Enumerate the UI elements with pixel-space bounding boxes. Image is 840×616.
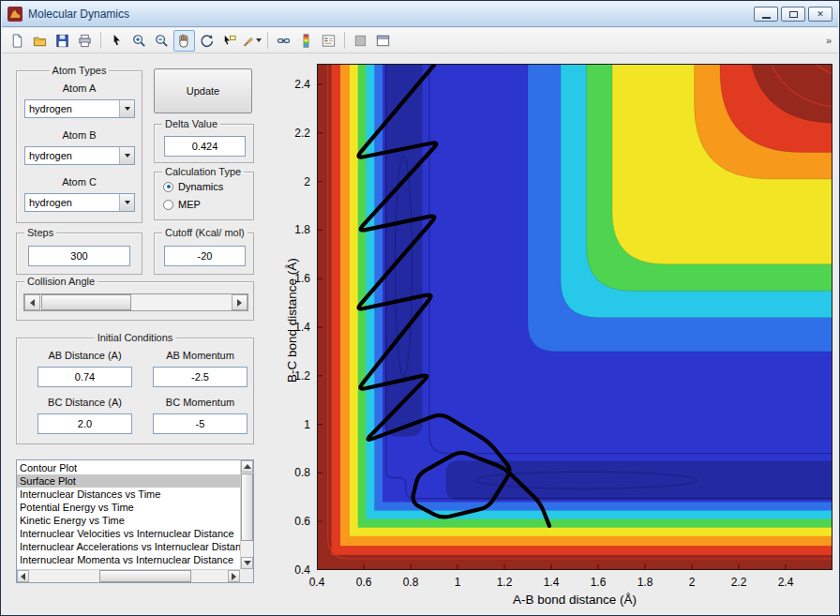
plottools-show-button[interactable]	[372, 30, 394, 52]
save-button[interactable]	[52, 30, 73, 52]
y-tick-label: 1.6	[294, 272, 310, 285]
titlebar[interactable]: Molecular Dynamics	[2, 2, 838, 27]
atom-a-dropdown[interactable]: hydrogen	[24, 99, 135, 118]
slider-thumb[interactable]	[41, 294, 131, 310]
radio-icon[interactable]	[163, 200, 173, 210]
mep-radio[interactable]: MEP	[163, 199, 201, 210]
slider-left-arrow[interactable]	[24, 294, 40, 310]
bc-momentum-field[interactable]: -5	[153, 413, 248, 434]
brush-button[interactable]	[241, 30, 262, 52]
pointer-button[interactable]	[106, 30, 128, 52]
collision-angle-panel: Collision Angle	[16, 281, 254, 321]
insert-legend-icon	[321, 33, 337, 49]
list-item[interactable]: Potential Energy vs Time	[17, 501, 240, 514]
minimize-button[interactable]	[754, 7, 778, 22]
x-tick-label: 1	[455, 576, 461, 589]
pan-button[interactable]	[173, 30, 195, 52]
rotate-3d-button[interactable]	[196, 30, 218, 52]
scrollbar-corner	[240, 569, 253, 582]
slider-right-arrow[interactable]	[232, 294, 248, 310]
list-item[interactable]: Internuclear Distances vs Time	[17, 488, 240, 501]
ab-momentum-field[interactable]: -2.5	[153, 367, 248, 387]
x-tick-label: 0.6	[356, 576, 372, 589]
toolbar-separator	[100, 32, 101, 49]
pointer-icon	[109, 33, 125, 49]
y-tick-label: 1.2	[294, 369, 310, 383]
atom-c-value: hydrogen	[25, 194, 119, 211]
arrow-right-icon	[237, 299, 242, 307]
arrow-left-icon	[21, 573, 25, 580]
list-item[interactable]: Internuclear Accelerations vs Internucle…	[17, 540, 240, 553]
window-title: Molecular Dynamics	[28, 8, 129, 21]
print-button[interactable]	[74, 30, 96, 52]
radio-icon[interactable]	[163, 182, 173, 192]
plot-list: Contour PlotSurface PlotInternuclear Dis…	[17, 461, 240, 569]
toolbar-overflow-chevron[interactable]: »	[826, 35, 833, 46]
maximize-button[interactable]	[781, 7, 805, 22]
list-item[interactable]: Internuclear Momenta vs Internuclear Dis…	[17, 553, 240, 566]
horizontal-scrollbar[interactable]	[17, 569, 240, 582]
x-tick-label: 1.8	[638, 576, 653, 589]
atom-types-panel: Atom Types Atom A hydrogen Atom B hydrog…	[16, 70, 142, 223]
list-item[interactable]: Surface Plot	[17, 474, 240, 488]
close-button[interactable]	[808, 7, 832, 22]
collision-angle-slider[interactable]	[23, 293, 248, 311]
save-icon	[54, 33, 70, 49]
update-button[interactable]: Update	[154, 68, 252, 113]
y-tick-label: 1.4	[294, 321, 310, 334]
scroll-up-button[interactable]	[241, 460, 253, 473]
chevron-down-icon	[125, 201, 130, 204]
collision-angle-title: Collision Angle	[24, 276, 98, 287]
data-cursor-button[interactable]	[218, 30, 240, 52]
x-tick-label: 1.4	[544, 576, 560, 589]
atom-c-label: Atom C	[17, 176, 142, 188]
zoom-in-button[interactable]	[128, 30, 150, 52]
list-item[interactable]: Kinetic Energy vs Time	[17, 514, 240, 527]
scroll-right-button[interactable]	[228, 570, 240, 582]
y-tick-label: 1.8	[294, 223, 310, 236]
atom-c-dropdown[interactable]: hydrogen	[24, 193, 135, 212]
ab-distance-field[interactable]: 0.74	[38, 367, 132, 387]
insert-colorbar-button[interactable]	[295, 30, 317, 52]
plottools-hide-button[interactable]	[350, 30, 371, 52]
y-tick-label: 0.4	[294, 563, 310, 577]
steps-title: Steps	[24, 227, 56, 238]
plottools-show-icon	[375, 33, 391, 49]
vertical-scrollbar[interactable]	[240, 460, 253, 569]
arrow-right-icon	[232, 573, 236, 580]
scroll-left-button[interactable]	[17, 570, 29, 582]
insert-legend-button[interactable]	[318, 30, 339, 52]
app-icon	[8, 7, 22, 22]
cutoff-field[interactable]: -20	[164, 246, 246, 266]
list-item[interactable]: Contour Plot	[17, 461, 240, 474]
list-item[interactable]: Internuclear Velocities vs Internuclear …	[17, 527, 240, 540]
horizontal-scroll-thumb[interactable]	[99, 570, 191, 582]
atom-b-dropdown[interactable]: hydrogen	[24, 146, 135, 165]
new-file-button[interactable]	[7, 30, 28, 52]
delta-value-panel: Delta Value 0.424	[154, 124, 254, 163]
brush-dropdown-icon[interactable]	[256, 38, 262, 42]
scroll-down-button[interactable]	[241, 557, 253, 569]
atom-a-dropdown-button[interactable]	[119, 100, 134, 117]
slider-track[interactable]	[40, 294, 232, 310]
dynamics-radio[interactable]: Dynamics	[163, 181, 223, 192]
delta-value-field[interactable]: 0.424	[164, 136, 246, 157]
atom-b-dropdown-button[interactable]	[119, 147, 134, 164]
y-tick-label: 1	[304, 418, 310, 431]
plot-type-listbox[interactable]: Contour PlotSurface PlotInternuclear Dis…	[16, 459, 254, 583]
plot-area: A-B bond distance (Å) B-C bond distance …	[317, 64, 832, 570]
steps-field[interactable]: 300	[28, 246, 130, 266]
atom-types-title: Atom Types	[50, 65, 110, 76]
bc-distance-field[interactable]: 2.0	[38, 413, 132, 434]
ab-momentum-label: AB Momentum	[153, 350, 248, 361]
atom-c-dropdown-button[interactable]	[119, 194, 134, 211]
ab-distance-label: AB Distance (A)	[38, 350, 132, 361]
arrow-up-icon	[244, 464, 251, 469]
app-window: Molecular Dynamics » Atom Types Atom A	[0, 0, 840, 616]
link-plots-button[interactable]	[273, 30, 294, 52]
vertical-scroll-thumb[interactable]	[241, 473, 253, 541]
print-icon	[77, 33, 93, 49]
brush-icon	[242, 33, 255, 49]
zoom-out-button[interactable]	[151, 30, 172, 52]
open-file-button[interactable]	[29, 30, 51, 52]
